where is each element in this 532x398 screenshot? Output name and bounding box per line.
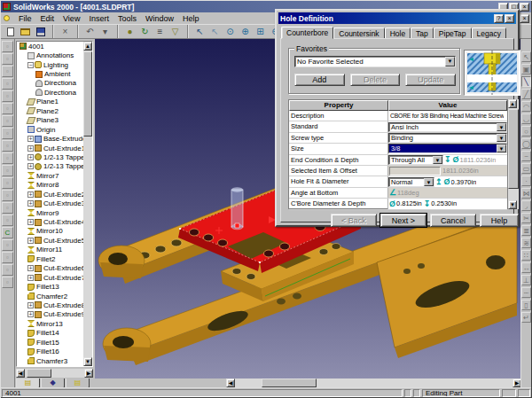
expand-icon[interactable]: + (27, 145, 34, 152)
value-combo[interactable]: Normal▼ (388, 177, 434, 187)
viewport-hscroll-thumb[interactable] (262, 378, 317, 387)
relations-icon[interactable]: ⊥ (521, 275, 531, 285)
expand-icon[interactable]: + (27, 154, 34, 160)
tree-item-annotations[interactable]: Annotations (17, 51, 85, 59)
sketch-icon[interactable]: ▫ (2, 41, 13, 52)
tree-item-cut-extrude2[interactable]: +Cut-Extrude2 (17, 190, 85, 199)
tree-item-mirror13[interactable]: Mirror13 (17, 319, 85, 328)
circle-icon[interactable]: ○ (521, 126, 531, 137)
scroll-down-icon[interactable]: ▼ (508, 200, 517, 209)
tree-item-plane2[interactable]: Plane2 (17, 106, 85, 115)
scroll-left-icon[interactable]: ◀ (226, 378, 235, 387)
tree-item-chamfer3[interactable]: Chamfer3 (17, 356, 85, 365)
help-button[interactable]: Help (480, 214, 519, 227)
toolbar-undo-button[interactable]: ↶ (82, 25, 98, 38)
tangent-arc-icon[interactable]: ◡ (521, 113, 531, 124)
chevron-down-icon[interactable]: ▼ (424, 178, 434, 186)
value-combo[interactable]: Binding▼ (388, 133, 507, 143)
tree-item-directiona[interactable]: Directiona (17, 88, 85, 97)
chevron-down-icon[interactable]: ▼ (433, 156, 442, 164)
menu-window[interactable]: Window (141, 14, 178, 23)
expand-icon[interactable]: + (27, 136, 34, 142)
toolbar-select-other-button[interactable]: ↖ (207, 25, 223, 38)
chevron-down-icon[interactable]: ▼ (497, 134, 506, 142)
construction-icon[interactable]: ┄ (521, 287, 531, 298)
section-view-icon[interactable]: ▫ (2, 264, 13, 276)
surface-icon[interactable]: ▫ (2, 215, 13, 226)
configuration-icon[interactable]: C (2, 227, 13, 238)
line-icon[interactable]: ╲ (521, 76, 531, 87)
tree-vertical-scrollbar[interactable]: ▲ ▼ (83, 42, 92, 366)
tree-item-cut-extrude5[interactable]: +Cut-Extrude5 (17, 236, 85, 245)
collapse-icon[interactable]: − (27, 62, 34, 68)
scroll-up-icon[interactable]: ▲ (508, 99, 517, 108)
erase-icon[interactable]: ▯ (521, 300, 531, 310)
tree-item-fillet2[interactable]: Fillet2 (17, 254, 85, 263)
revolve-icon[interactable]: ▫ (2, 78, 13, 90)
tree-item-mirror9[interactable]: Mirror9 (17, 208, 85, 217)
tree-item-1-2-13-tappe[interactable]: +1/2-13 Tappe (17, 152, 85, 161)
rectangle-icon[interactable]: ▭ (521, 163, 531, 174)
menu-insert[interactable]: Insert (84, 14, 113, 23)
measure-icon[interactable]: ▫ (2, 252, 13, 263)
scroll-left-icon[interactable]: ◀ (16, 369, 25, 378)
tree-item-cut-extrude6[interactable]: +Cut-Extrude6 (17, 264, 85, 273)
menu-view[interactable]: View (59, 14, 84, 23)
extrude-icon[interactable]: ▫ (2, 66, 13, 77)
viewport-horizontal-scrollbar[interactable]: ◀ ▶ (226, 378, 521, 387)
expand-icon[interactable]: + (27, 200, 34, 207)
tree-item-plane1[interactable]: Plane1 (17, 98, 85, 106)
menu-edit[interactable]: Edit (36, 14, 59, 23)
fillet-sketch-icon[interactable]: ◞ (521, 200, 531, 211)
cut-icon[interactable]: ▫ (2, 90, 13, 102)
dimension-icon[interactable]: ▫ (2, 53, 13, 65)
expand-icon[interactable]: + (27, 163, 34, 169)
tree-item-plane3[interactable]: Plane3 (17, 116, 85, 125)
value-combo[interactable]: Through All▼ (388, 155, 443, 165)
menu-tools[interactable]: Tools (113, 14, 141, 23)
toolbar-pin-button[interactable]: ● (122, 25, 137, 38)
value-combo[interactable]: Ansi Inch▼ (388, 122, 507, 132)
toolbar-select-button[interactable]: ↖ (192, 25, 207, 38)
tree-item-cut-extrude7[interactable]: +Cut-Extrude7 (17, 273, 85, 282)
tree-scroll-thumb[interactable] (83, 51, 92, 137)
rib-icon[interactable]: ▫ (2, 128, 13, 139)
scroll-down-icon[interactable]: ▼ (83, 357, 92, 366)
fillet-icon[interactable]: ▫ (2, 103, 13, 114)
annotation-icon[interactable]: ▫ (2, 277, 13, 288)
tree-item-cut-extrude9[interactable]: +Cut-Extrude9 (17, 310, 85, 319)
point-icon[interactable]: · (521, 176, 531, 186)
curve-icon[interactable]: ▫ (2, 202, 13, 214)
close-button[interactable]: × (520, 3, 529, 12)
toolbar-zoom-in-button[interactable]: ⊕ (238, 25, 253, 38)
expand-icon[interactable]: + (27, 302, 34, 308)
toolbar-filter-button[interactable]: ▽ (168, 25, 183, 38)
hole-icon[interactable]: ▫ (2, 165, 13, 176)
tree-item-fillet16[interactable]: Fillet16 (17, 347, 85, 355)
spline-icon[interactable]: ~ (521, 151, 531, 161)
dimension-sketch-icon[interactable]: ↔ (521, 262, 531, 273)
expand-icon[interactable]: + (27, 275, 34, 281)
convert-entities-icon[interactable]: ≣ (521, 225, 531, 236)
tree-horizontal-scrollbar[interactable]: ◀ ▶ (16, 369, 93, 378)
cancel-button[interactable]: Cancel (430, 214, 476, 227)
expand-icon[interactable]: + (27, 311, 34, 317)
tree-item-cut-extrude1[interactable]: +Cut-Extrude1 (17, 144, 85, 152)
dialog-help-icon[interactable]: ? (494, 14, 504, 23)
tree-item-lighting[interactable]: −Lighting (17, 60, 85, 69)
toolbar-new-button[interactable] (3, 25, 18, 38)
add-favorite-button[interactable]: Add (294, 74, 345, 86)
select-sketch-icon[interactable]: ↖ (521, 51, 531, 62)
expand-icon[interactable]: + (27, 238, 34, 244)
mirror-sketch-icon[interactable]: ⋈ (521, 188, 531, 199)
toolbar-list-button[interactable]: ≡ (153, 25, 168, 38)
menu-file[interactable]: File (14, 14, 36, 23)
tree-item-cut-extrude3[interactable]: +Cut-Extrude3 (17, 199, 85, 207)
hole-definition-dialog[interactable]: Hole Definition ? × CounterboreCountersi… (275, 9, 520, 227)
scroll-right-icon[interactable]: ▶ (84, 369, 93, 378)
chevron-down-icon[interactable]: ▼ (497, 123, 506, 131)
toolbar-undo-dropdown-button[interactable]: ▾ (98, 25, 113, 38)
tree-item-mirror7[interactable]: Mirror7 (17, 171, 85, 180)
toolbar-zoom-fit-button[interactable]: ⊙ (223, 25, 238, 38)
toolbar-save-button[interactable] (33, 25, 48, 38)
